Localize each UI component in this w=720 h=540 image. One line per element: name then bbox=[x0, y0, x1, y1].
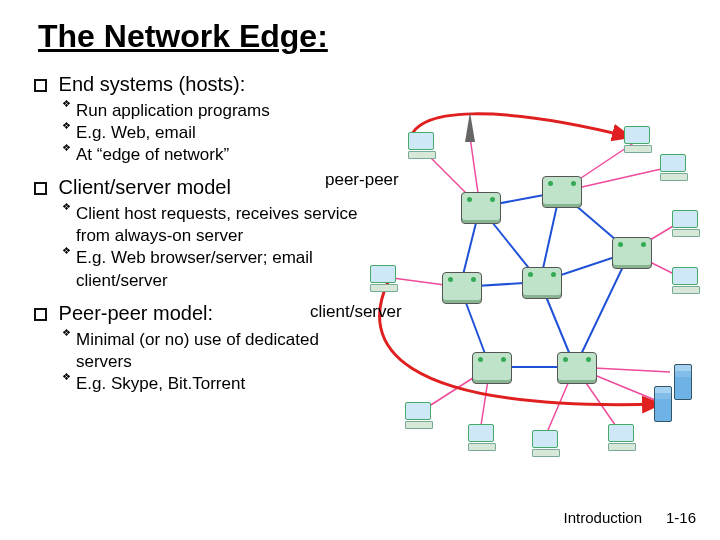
diamond-bullet-icon: ❖ bbox=[62, 372, 76, 382]
list-item: ❖ Minimal (or no) use of dedicated serve… bbox=[62, 329, 364, 373]
pc-icon bbox=[660, 154, 686, 176]
footer-label: Introduction bbox=[564, 509, 642, 526]
wireless-tower-icon bbox=[465, 112, 475, 142]
square-bullet-icon bbox=[34, 182, 47, 195]
router-icon bbox=[461, 192, 501, 224]
diamond-bullet-icon: ❖ bbox=[62, 143, 76, 153]
list-item-text: Minimal (or no) use of dedicated servers bbox=[76, 329, 364, 373]
content-column: End systems (hosts): ❖ Run application p… bbox=[34, 73, 364, 395]
router-icon bbox=[542, 176, 582, 208]
pc-icon bbox=[608, 424, 634, 446]
list-item: ❖ At “edge of network” bbox=[62, 144, 364, 166]
diamond-bullet-icon: ❖ bbox=[62, 246, 76, 256]
square-bullet-icon bbox=[34, 308, 47, 321]
router-icon bbox=[612, 237, 652, 269]
section-head-text: End systems (hosts): bbox=[59, 73, 246, 95]
sub-list-client-server: ❖ Client host requests, receives service… bbox=[62, 203, 362, 291]
list-item: ❖ Client host requests, receives service… bbox=[62, 203, 362, 247]
pc-icon bbox=[672, 267, 698, 289]
list-item-text: At “edge of network” bbox=[76, 144, 364, 166]
pc-icon bbox=[532, 430, 558, 452]
sub-list-end-systems: ❖ Run application programs ❖ E.g. Web, e… bbox=[62, 100, 364, 166]
diagram-label-client-server: client/server bbox=[310, 302, 402, 322]
server-icon bbox=[674, 364, 692, 400]
list-item-text: E.g. Skype, Bit.Torrent bbox=[76, 373, 364, 395]
diamond-bullet-icon: ❖ bbox=[62, 99, 76, 109]
diagram-label-peer-peer: peer-peer bbox=[325, 170, 399, 190]
pc-icon bbox=[408, 132, 434, 154]
list-item: ❖ E.g. Web browser/server; email client/… bbox=[62, 247, 362, 291]
svg-line-8 bbox=[575, 252, 630, 367]
network-diagram: peer-peer client/server bbox=[330, 112, 700, 472]
router-icon bbox=[442, 272, 482, 304]
router-icon bbox=[472, 352, 512, 384]
footer-page-number: 1-16 bbox=[666, 509, 696, 526]
router-icon bbox=[557, 352, 597, 384]
list-item: ❖ Run application programs bbox=[62, 100, 364, 122]
slide: The Network Edge: End systems (hosts): ❖… bbox=[0, 0, 720, 540]
server-icon bbox=[654, 386, 672, 422]
diamond-bullet-icon: ❖ bbox=[62, 328, 76, 338]
list-item-text: E.g. Web, email bbox=[76, 122, 364, 144]
pc-icon bbox=[370, 265, 396, 287]
router-icon bbox=[522, 267, 562, 299]
list-item-text: Client host requests, receives service f… bbox=[76, 203, 362, 247]
list-item-text: Run application programs bbox=[76, 100, 364, 122]
list-item: ❖ E.g. Web, email bbox=[62, 122, 364, 144]
pc-icon bbox=[405, 402, 431, 424]
section-head-client-server: Client/server model bbox=[34, 176, 364, 199]
sub-list-peer-peer: ❖ Minimal (or no) use of dedicated serve… bbox=[62, 329, 364, 395]
list-item-text: E.g. Web browser/server; email client/se… bbox=[76, 247, 362, 291]
section-head-text: Client/server model bbox=[59, 176, 231, 198]
diagram-links-icon bbox=[330, 112, 700, 472]
slide-title: The Network Edge: bbox=[38, 18, 690, 55]
pc-icon bbox=[672, 210, 698, 232]
section-head-end-systems: End systems (hosts): bbox=[34, 73, 364, 96]
section-head-text: Peer-peer model: bbox=[59, 302, 214, 324]
diamond-bullet-icon: ❖ bbox=[62, 121, 76, 131]
pc-icon bbox=[468, 424, 494, 446]
diamond-bullet-icon: ❖ bbox=[62, 202, 76, 212]
list-item: ❖ E.g. Skype, Bit.Torrent bbox=[62, 373, 364, 395]
pc-icon bbox=[624, 126, 650, 148]
square-bullet-icon bbox=[34, 79, 47, 92]
